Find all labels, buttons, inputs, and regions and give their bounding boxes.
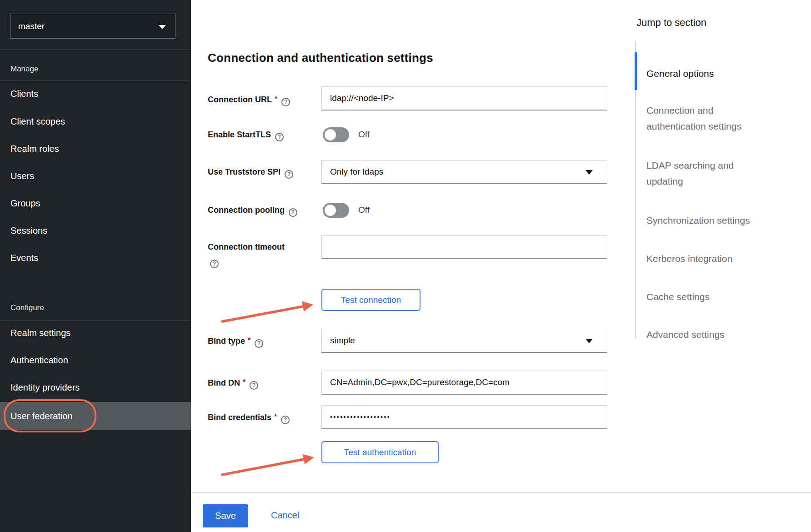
connection-url-label: Connection URL*? bbox=[208, 94, 290, 106]
page-title: Connection and authentication settings bbox=[208, 51, 433, 65]
connection-pooling-state: Off bbox=[358, 205, 370, 215]
toggle-knob bbox=[325, 129, 336, 141]
cancel-link[interactable]: Cancel bbox=[271, 510, 299, 521]
keycloak-admin-console: master Manage Clients Client scopes Real… bbox=[0, 0, 811, 532]
caret-down-icon bbox=[586, 170, 593, 175]
help-icon[interactable]: ? bbox=[281, 98, 290, 106]
caret-down-icon bbox=[586, 339, 593, 343]
sidebar-divider bbox=[0, 80, 191, 81]
jump-heading: Jump to section bbox=[636, 17, 706, 29]
realm-selector[interactable]: master bbox=[10, 14, 175, 39]
jump-item-kerberos[interactable]: Kerberos integration bbox=[646, 251, 760, 266]
sidebar-item-events[interactable]: Events bbox=[0, 253, 191, 266]
enable-starttls-toggle[interactable] bbox=[323, 127, 349, 142]
help-icon[interactable]: ? bbox=[255, 339, 263, 348]
help-icon[interactable]: ? bbox=[275, 133, 284, 141]
help-icon[interactable]: ? bbox=[285, 170, 293, 179]
arrow-to-test-connection bbox=[222, 305, 310, 321]
jump-item-cache[interactable]: Cache settings bbox=[646, 289, 760, 305]
sidebar-item-realm-settings[interactable]: Realm settings bbox=[0, 328, 191, 341]
sidebar-item-user-federation[interactable]: User federation bbox=[0, 402, 191, 430]
sidebar-item-realm-roles[interactable]: Realm roles bbox=[0, 144, 191, 157]
bind-dn-input[interactable] bbox=[321, 371, 607, 395]
help-icon[interactable]: ? bbox=[250, 381, 258, 390]
realm-selector-value: master bbox=[18, 21, 45, 31]
enable-starttls-state: Off bbox=[358, 130, 370, 140]
bind-type-select[interactable]: simple bbox=[321, 329, 607, 353]
sidebar-item-authentication[interactable]: Authentication bbox=[0, 355, 191, 369]
sidebar-divider bbox=[0, 49, 191, 50]
connection-pooling-toggle[interactable] bbox=[323, 203, 349, 218]
sidebar-item-identity-providers[interactable]: Identity providers bbox=[0, 382, 191, 396]
truststore-spi-label: Use Truststore SPI? bbox=[208, 167, 293, 179]
chevron-down-icon bbox=[159, 25, 166, 29]
connection-timeout-label: Connection timeout bbox=[208, 242, 285, 252]
truststore-spi-select[interactable]: Only for ldaps bbox=[321, 160, 607, 184]
sidebar-group-manage: Manage bbox=[10, 65, 38, 74]
jump-item-synchronization[interactable]: Synchronization settings bbox=[646, 212, 760, 228]
sidebar-item-client-scopes[interactable]: Client scopes bbox=[0, 116, 191, 130]
test-connection-button[interactable]: Test connection bbox=[321, 289, 421, 311]
test-authentication-button[interactable]: Test authentication bbox=[321, 441, 439, 463]
sidebar-item-users[interactable]: Users bbox=[0, 171, 191, 185]
enable-starttls-label: Enable StartTLS? bbox=[208, 130, 284, 141]
required-asterisk: * bbox=[274, 413, 277, 421]
required-asterisk: * bbox=[248, 336, 250, 344]
required-asterisk: * bbox=[275, 95, 277, 103]
sidebar-item-clients[interactable]: Clients bbox=[0, 89, 191, 102]
save-button[interactable]: Save bbox=[203, 504, 248, 527]
jump-item-advanced[interactable]: Advanced settings bbox=[646, 326, 760, 342]
bind-credentials-label: Bind credentials*? bbox=[208, 412, 290, 424]
bind-dn-label: Bind DN*? bbox=[208, 377, 258, 390]
bind-credentials-input[interactable] bbox=[321, 405, 607, 429]
sidebar-divider bbox=[0, 320, 191, 321]
arrow-to-test-authentication bbox=[222, 458, 311, 475]
bind-type-label: Bind type*? bbox=[208, 336, 263, 348]
help-icon[interactable]: ? bbox=[281, 416, 290, 424]
sidebar-item-sessions[interactable]: Sessions bbox=[0, 226, 191, 239]
jump-item-connection-authentication[interactable]: Connection and authentication settings bbox=[646, 102, 760, 134]
help-icon[interactable]: ? bbox=[289, 208, 297, 217]
help-icon[interactable]: ? bbox=[210, 260, 219, 268]
jump-item-general-options[interactable]: General options bbox=[646, 65, 760, 81]
jump-active-indicator bbox=[635, 52, 637, 90]
footer-divider bbox=[191, 492, 811, 493]
required-asterisk: * bbox=[243, 378, 245, 386]
sidebar: master Manage Clients Client scopes Real… bbox=[0, 0, 191, 532]
toggle-knob bbox=[325, 205, 336, 216]
connection-url-input[interactable] bbox=[321, 86, 607, 110]
connection-pooling-label: Connection pooling? bbox=[208, 205, 297, 217]
jump-item-ldap-searching[interactable]: LDAP searching and updating bbox=[646, 157, 760, 189]
sidebar-item-groups[interactable]: Groups bbox=[0, 198, 191, 212]
sidebar-group-configure: Configure bbox=[10, 303, 44, 312]
connection-timeout-input[interactable] bbox=[321, 235, 607, 259]
